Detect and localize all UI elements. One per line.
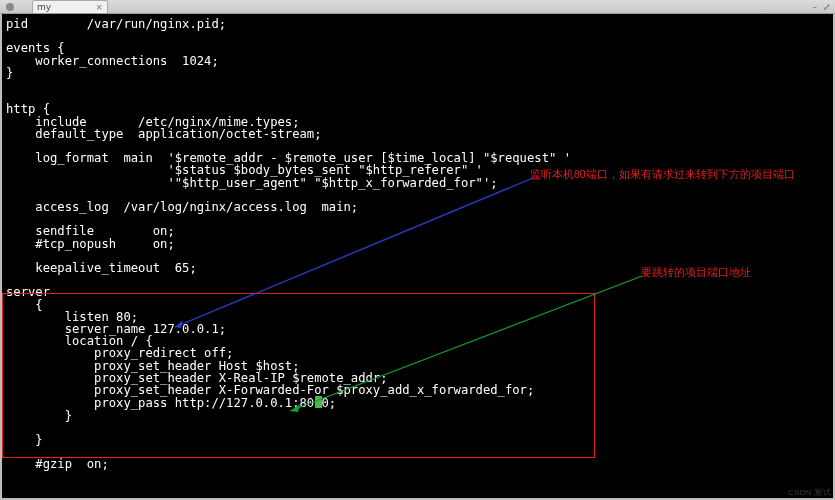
code-line: #gzip on; — [6, 457, 109, 471]
annotation-proxy-pass: 要跳转的项目端口地址 — [641, 266, 751, 280]
code-line: } — [6, 66, 13, 80]
terminal-cursor — [315, 396, 322, 408]
code-line: } — [6, 409, 72, 423]
code-line: keepalive_timeout 65; — [6, 261, 197, 275]
code-line: 0; — [322, 396, 337, 410]
app-window: my × – ⤢ pid /var/run/nginx.pid; events … — [0, 0, 835, 500]
code-line: '"$http_user_agent" "$http_x_forwarded_f… — [6, 176, 498, 190]
code-line: worker_connections 1024; — [6, 54, 219, 68]
code-line: #tcp_nopush on; — [6, 237, 175, 251]
expand-icon[interactable]: ⤢ — [823, 2, 831, 12]
minimize-icon[interactable]: – — [813, 2, 818, 12]
code-line: pid /var/run/nginx.pid; — [6, 17, 226, 31]
terminal-viewport[interactable]: pid /var/run/nginx.pid; events { worker_… — [2, 14, 833, 498]
tab-bar: my × – ⤢ — [0, 0, 835, 14]
code-line: } — [6, 433, 43, 447]
annotation-listen: 监听本机80端口，如果有请求过来转到下方的项目端口 — [530, 168, 795, 182]
tab-my[interactable]: my × — [32, 0, 108, 13]
window-control-dot[interactable] — [6, 3, 14, 11]
code-line: proxy_set_header X-Forwarded-For $proxy_… — [6, 383, 534, 397]
code-line: default_type application/octet-stream; — [6, 127, 322, 141]
tab-label: my — [37, 1, 51, 13]
watermark: CSDN 测试 — [788, 487, 831, 498]
tab-close-icon[interactable]: × — [95, 1, 103, 13]
code-line: access_log /var/log/nginx/access.log mai… — [6, 200, 358, 214]
window-right-controls: – ⤢ — [813, 2, 832, 12]
